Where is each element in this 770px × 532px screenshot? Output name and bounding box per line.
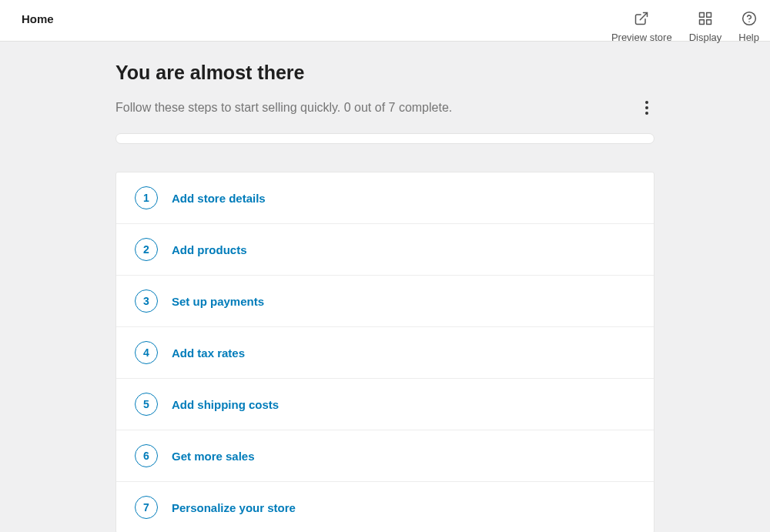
svg-rect-3 — [707, 20, 711, 25]
step-number-badge: 6 — [135, 444, 158, 467]
steps-card: 1 Add store details 2 Add products 3 Set… — [116, 172, 654, 532]
step-add-shipping-costs[interactable]: 5 Add shipping costs — [116, 379, 654, 430]
svg-rect-4 — [699, 20, 704, 25]
step-add-products[interactable]: 2 Add products — [116, 224, 654, 276]
display-label: Display — [689, 32, 722, 43]
step-number-badge: 4 — [135, 341, 158, 364]
progress-bar — [116, 133, 654, 144]
preview-store-button[interactable]: Preview store — [611, 11, 672, 43]
step-add-store-details[interactable]: 1 Add store details — [116, 172, 654, 224]
help-icon — [742, 11, 757, 28]
step-number-badge: 7 — [135, 496, 158, 519]
step-label: Add store details — [172, 192, 266, 205]
step-label: Add products — [172, 243, 247, 256]
grid-icon — [698, 11, 713, 28]
main-content: You are almost there Follow these steps … — [116, 42, 654, 532]
step-number-badge: 3 — [135, 289, 158, 313]
display-button[interactable]: Display — [689, 11, 722, 43]
step-number-badge: 2 — [135, 238, 158, 261]
help-button[interactable]: Help — [738, 11, 759, 43]
svg-rect-1 — [699, 13, 704, 18]
step-personalize-your-store[interactable]: 7 Personalize your store — [116, 482, 654, 532]
progress-wrap — [116, 133, 654, 144]
step-label: Set up payments — [172, 295, 264, 308]
step-number-badge: 5 — [135, 393, 158, 416]
svg-line-0 — [641, 13, 648, 20]
more-options-button[interactable] — [641, 96, 653, 119]
top-bar: Home Preview store Display — [0, 0, 770, 42]
step-label: Add tax rates — [172, 346, 245, 360]
step-label: Add shipping costs — [172, 398, 279, 411]
external-link-icon — [634, 11, 649, 28]
step-number-badge: 1 — [135, 186, 158, 209]
step-set-up-payments[interactable]: 3 Set up payments — [116, 276, 654, 327]
step-label: Get more sales — [172, 450, 255, 463]
preview-store-label: Preview store — [611, 32, 672, 43]
setup-subtext: Follow these steps to start selling quic… — [116, 101, 452, 115]
subtext-row: Follow these steps to start selling quic… — [116, 96, 654, 119]
top-actions: Preview store Display Help — [611, 11, 762, 43]
step-get-more-sales[interactable]: 6 Get more sales — [116, 430, 654, 482]
page-title: Home — [22, 12, 54, 25]
step-add-tax-rates[interactable]: 4 Add tax rates — [116, 327, 654, 379]
svg-point-5 — [742, 12, 755, 25]
help-label: Help — [738, 32, 759, 43]
step-label: Personalize your store — [172, 501, 296, 514]
setup-heading: You are almost there — [116, 62, 654, 84]
svg-rect-2 — [707, 13, 711, 18]
